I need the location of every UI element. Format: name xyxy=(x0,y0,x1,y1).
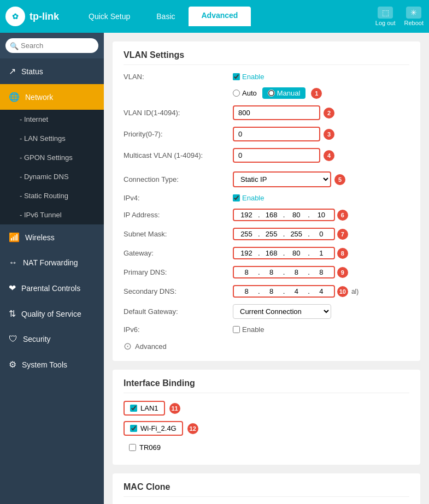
wifi-checkbox-label[interactable]: Wi-Fi_2.4G xyxy=(124,421,183,436)
tr069-checkbox-label[interactable]: TR069 xyxy=(124,441,166,454)
sidebar-item-status[interactable]: ↗ Status xyxy=(0,58,104,84)
sub-item-ipv6-tunnel[interactable]: - IPv6 Tunnel xyxy=(0,205,104,224)
subnet-part-1[interactable] xyxy=(236,230,257,238)
subnet-part-2[interactable] xyxy=(261,230,282,238)
sub-item-gpon[interactable]: - GPON Settings xyxy=(0,148,104,167)
secondary-dns-group: . . . xyxy=(233,285,335,298)
gateway-row: Gateway: . . . 8 xyxy=(124,247,409,259)
vlan-settings-section: VLAN Settings VLAN: Enable Auto xyxy=(113,41,420,361)
header: ✿ tp-link Quick Setup Basic Advanced ⬚ L… xyxy=(0,0,429,33)
sub-item-static-routing[interactable]: - Static Routing xyxy=(0,186,104,205)
ip-part-1[interactable] xyxy=(236,211,257,219)
ip-part-3[interactable] xyxy=(286,211,307,219)
manual-radio[interactable] xyxy=(268,90,275,97)
sidebar-item-parental[interactable]: ❤ Parental Controls xyxy=(0,275,104,301)
priority-row: Priority(0-7): 3 xyxy=(124,127,409,141)
sdns-part-4[interactable] xyxy=(311,287,332,295)
advanced-link[interactable]: ⊙ Advanced xyxy=(124,340,409,352)
pdns-part-2[interactable] xyxy=(261,268,282,276)
pdns-part-1[interactable] xyxy=(236,268,257,276)
badge-ip: 6 xyxy=(337,210,348,221)
qos-icon: ⇅ xyxy=(9,309,16,319)
sub-item-lan[interactable]: - LAN Settings xyxy=(0,129,104,148)
default-gw-select[interactable]: Current Connection xyxy=(233,304,331,319)
vlan-mode-row: Auto Manual 1 xyxy=(124,87,409,99)
gateway-group: . . . xyxy=(233,247,335,259)
sidebar: 🔍 ↗ Status 🌐 Network - Internet - LAN Se… xyxy=(0,33,104,504)
sidebar-item-network[interactable]: 🌐 Network xyxy=(0,84,104,110)
priority-label: Priority(0-7): xyxy=(124,130,233,138)
sidebar-item-qos[interactable]: ⇅ Quality of Service xyxy=(0,301,104,327)
sidebar-item-systools[interactable]: ⚙ System Tools xyxy=(0,352,104,377)
sidebar-item-wireless[interactable]: 📶 Wireless xyxy=(0,224,104,250)
logout-button[interactable]: ⬚ Log out xyxy=(375,7,396,26)
sdns-part-2[interactable] xyxy=(261,287,282,295)
conn-type-row: Connection Type: Static IP Dynamic IP PP… xyxy=(124,171,409,187)
vlan-enable-checkbox-label[interactable]: Enable xyxy=(233,73,264,81)
tab-advanced[interactable]: Advanced xyxy=(189,7,251,26)
sidebar-item-label: NAT Forwarding xyxy=(23,258,78,267)
mac-clone-section: MAC Clone Do NOT Clone MAC Address Clone… xyxy=(113,473,420,504)
sidebar-item-label: Security xyxy=(23,335,51,343)
vlan-id-label: VLAN ID(1-4094): xyxy=(124,109,233,117)
sdns-part-3[interactable] xyxy=(286,287,307,295)
logo: ✿ tp-link xyxy=(5,7,59,26)
multicast-input[interactable] xyxy=(233,148,320,163)
main-content: VLAN Settings VLAN: Enable Auto xyxy=(104,33,429,504)
conn-type-select[interactable]: Static IP Dynamic IP PPPoE xyxy=(233,171,331,187)
sidebar-item-label: Status xyxy=(21,67,43,76)
lan1-checkbox[interactable] xyxy=(130,405,137,412)
subnet-part-3[interactable] xyxy=(286,230,307,238)
gateway-label: Gateway: xyxy=(124,249,233,257)
gw-part-3[interactable] xyxy=(286,249,307,257)
lan1-checkbox-label[interactable]: LAN1 xyxy=(124,401,165,416)
auto-radio-label[interactable]: Auto xyxy=(233,89,257,97)
gw-part-1[interactable] xyxy=(236,249,257,257)
vlan-enable-checkbox[interactable] xyxy=(233,73,240,80)
sdns-part-1[interactable] xyxy=(236,287,257,295)
pdns-part-3[interactable] xyxy=(286,268,307,276)
badge-manual: 1 xyxy=(311,88,322,99)
ip-part-2[interactable] xyxy=(261,211,282,219)
primary-dns-group: . . . xyxy=(233,266,335,278)
ipv4-enable-label[interactable]: Enable xyxy=(233,194,264,202)
ipv4-enable-checkbox[interactable] xyxy=(233,194,240,201)
ip-part-4[interactable] xyxy=(311,211,332,219)
ipv6-label: IPv6: xyxy=(124,325,233,334)
ipv6-enable-checkbox[interactable] xyxy=(233,326,240,333)
secondary-dns-label: Secondary DNS: xyxy=(124,287,233,295)
manual-radio-label[interactable]: Manual xyxy=(262,87,306,99)
pdns-part-4[interactable] xyxy=(311,268,332,276)
tr069-checkbox[interactable] xyxy=(129,444,136,451)
badge-pdns: 9 xyxy=(337,267,348,278)
reboot-button[interactable]: ✳ Reboot xyxy=(404,7,424,26)
auto-radio[interactable] xyxy=(233,90,240,97)
gw-part-2[interactable] xyxy=(261,249,282,257)
sub-item-ddns[interactable]: - Dynamic DNS xyxy=(0,167,104,186)
sidebar-item-nat[interactable]: ↔ NAT Forwarding xyxy=(0,250,104,275)
multicast-label: Multicast VLAN (1-4094): xyxy=(124,151,233,159)
ip-addr-label: IP Address: xyxy=(124,211,233,219)
tr069-label: TR069 xyxy=(139,443,161,452)
network-icon: 🌐 xyxy=(9,92,20,102)
search-bar: 🔍 xyxy=(0,33,104,58)
priority-input[interactable] xyxy=(233,127,320,141)
ip-addr-row: IP Address: . . . 6 xyxy=(124,209,409,221)
ipv6-enable-label[interactable]: Enable xyxy=(233,325,264,334)
binding-item-wifi: Wi-Fi_2.4G 12 xyxy=(124,421,409,436)
ipv6-row: IPv6: Enable xyxy=(124,325,409,334)
parental-icon: ❤ xyxy=(9,283,16,293)
nat-icon: ↔ xyxy=(9,258,17,268)
gw-part-4[interactable] xyxy=(311,249,332,257)
vlan-id-input[interactable] xyxy=(233,105,320,120)
tab-quick-setup[interactable]: Quick Setup xyxy=(75,7,143,26)
default-gw-label: Default Gateway: xyxy=(124,307,233,316)
wifi-checkbox[interactable] xyxy=(130,425,137,432)
ipv4-label: IPv4: xyxy=(124,194,233,202)
tab-basic[interactable]: Basic xyxy=(143,7,188,26)
mac-clone-title: MAC Clone xyxy=(124,482,409,497)
search-input[interactable] xyxy=(5,38,98,53)
subnet-part-4[interactable] xyxy=(311,230,332,238)
sub-item-internet[interactable]: - Internet xyxy=(0,110,104,129)
sidebar-item-security[interactable]: 🛡 Security xyxy=(0,327,104,352)
